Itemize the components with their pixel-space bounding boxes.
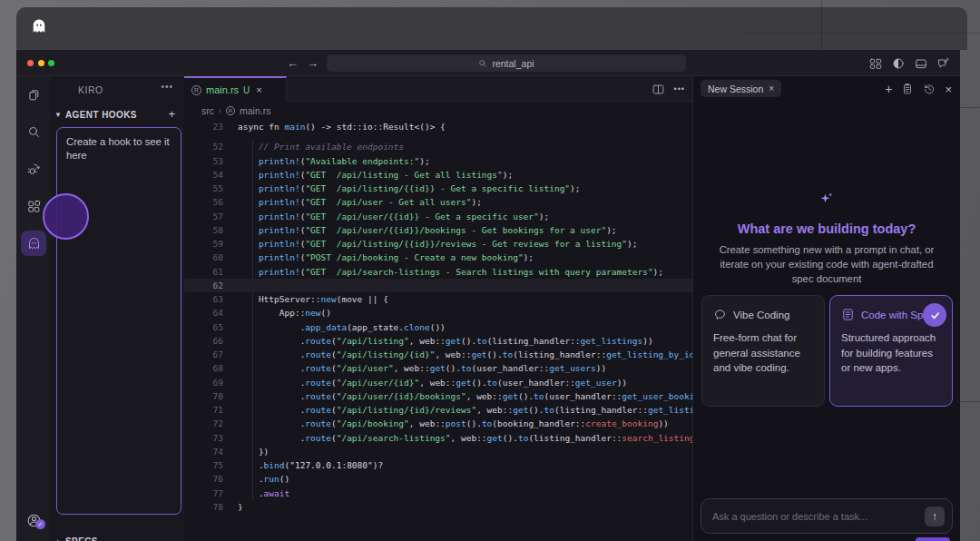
line-number: 76 (184, 472, 238, 486)
code-line-77[interactable]: 77 .await (184, 487, 692, 500)
editor-tab-bar: R main.rs U × ••• (184, 76, 692, 102)
line-number: 54 (184, 168, 238, 182)
split-editor-icon[interactable] (652, 83, 665, 96)
code-line-70[interactable]: 70 .route("/api/user/{id}/bookings", web… (184, 389, 692, 403)
line-number: 23 (184, 120, 238, 133)
close-panel-icon[interactable]: × (945, 83, 952, 96)
desktop: { "window": { "app": "Kiro" }, "colors":… (0, 0, 980, 541)
code-line-63[interactable]: 63 HttpServer::new(move || { (184, 292, 692, 306)
code-line-65[interactable]: 65 .app_data(app_state.clone()) (184, 320, 692, 334)
line-number: 60 (184, 251, 238, 264)
more-icon[interactable]: ••• (674, 84, 685, 93)
new-session-icon[interactable]: + (885, 82, 892, 96)
code-line-72[interactable]: 72 .route("/api/booking", web::post().to… (184, 417, 692, 430)
code-line-67[interactable]: 67 .route("/api/listing/{id}", web::get(… (184, 348, 692, 361)
welcome-title: What are we building today? (693, 221, 960, 236)
editor-area: R main.rs U × ••• src › R main.rs 23asyn… (184, 76, 692, 541)
code-line-54[interactable]: 54 println!("GET /api/listing - Get all … (184, 168, 692, 182)
code-line-71[interactable]: 71 .route("/api/listing/{id}/reviews", w… (184, 403, 692, 417)
ide-toolbar: ← → rental_api (16, 50, 960, 76)
code-line-68[interactable]: 68 .route("/api/user", web::get().to(use… (184, 361, 692, 375)
code-line-66[interactable]: 66 .route("/api/listing", web::get().to(… (184, 334, 692, 348)
kiro-ghost-icon (26, 236, 42, 251)
send-button[interactable]: ↑ (925, 507, 945, 526)
chat-welcome: What are we building today? Create somet… (693, 191, 960, 286)
vibe-coding-card[interactable]: Vibe Coding Free-form chat for general a… (701, 295, 825, 407)
history-icon[interactable] (923, 83, 936, 95)
chat-edit-icon[interactable] (936, 56, 951, 71)
sidebar-item-search[interactable] (16, 118, 51, 145)
background-gridline-vertical (821, 0, 822, 50)
agent-hooks-dropzone[interactable]: Create a hook to see it here (56, 127, 181, 515)
code-line-52[interactable]: 52 // Print available endpoints (184, 140, 692, 153)
code-line-74[interactable]: 74 }) (184, 445, 692, 458)
sidebar-item-explorer[interactable] (16, 81, 51, 108)
line-number: 74 (184, 445, 238, 458)
line-number: 53 (184, 154, 238, 168)
session-tab[interactable]: New Session × (701, 80, 781, 97)
line-number: 70 (184, 389, 238, 403)
section-label: SPECS (65, 536, 98, 541)
maximize-window-button[interactable] (48, 60, 54, 66)
code-line-78[interactable]: 78} (184, 500, 692, 514)
code-with-spec-card[interactable]: Code with Spec Structured approach for b… (829, 295, 953, 407)
code-editor[interactable]: 23async fn main() -> std::io::Result<()>… (184, 120, 692, 541)
minimize-window-button[interactable] (38, 60, 44, 66)
line-number: 63 (184, 292, 238, 306)
code-line-62[interactable]: 62 (184, 279, 692, 292)
line-number: 56 (184, 195, 238, 209)
code-line-57[interactable]: 57 println!("GET /api/user/{{id}} - Get … (184, 210, 692, 223)
close-window-button[interactable] (27, 60, 34, 66)
code-line-76[interactable]: 76 .run() (184, 472, 692, 486)
sidebar-item-account[interactable]: ✓ (16, 507, 51, 534)
tab-close-icon[interactable]: × (256, 84, 261, 95)
activity-bar: ✓ (16, 76, 51, 541)
chevron-down-icon: ▼ (51, 111, 65, 119)
session-close-icon[interactable]: × (769, 84, 774, 93)
code-line-73[interactable]: 73 .route("/api/search-listings", web::g… (184, 431, 692, 445)
background-gridline-horizontal (960, 401, 980, 402)
code-line-23[interactable]: 23async fn main() -> std::io::Result<()>… (184, 120, 692, 133)
panel-more-icon[interactable]: ••• (161, 82, 173, 92)
chat-input-box[interactable]: ↑ (701, 498, 953, 534)
section-agent-hooks[interactable]: ▼ AGENT HOOKS + (51, 104, 184, 124)
code-line-58[interactable]: 58 println!("GET /api/user/{{id}}/bookin… (184, 223, 692, 237)
code-line-56[interactable]: 56 println!("GET /api/user - Get all use… (184, 195, 692, 209)
code-line-64[interactable]: 64 App::new() (184, 306, 692, 320)
code-line-55[interactable]: 55 println!("GET /api/listing/{{id}} - G… (184, 182, 692, 195)
forward-arrow-icon[interactable]: → (307, 57, 318, 69)
code-line-69[interactable]: 69 .route("/api/user/{id}", web::get().t… (184, 376, 692, 389)
code-line-61[interactable]: 61 println!("GET /api/search-listings - … (184, 265, 692, 279)
sidebar-item-kiro-chat[interactable] (16, 230, 51, 257)
sidebar-item-debug[interactable] (16, 155, 51, 182)
toggle-sidebar-icon[interactable] (891, 56, 906, 71)
line-number: 66 (184, 334, 238, 348)
breadcrumb[interactable]: src › R main.rs (184, 102, 692, 120)
cutoff-purple-button[interactable] (916, 537, 950, 541)
line-number: 78 (184, 500, 238, 514)
line-number: 75 (184, 458, 238, 472)
add-hook-button[interactable]: + (168, 107, 175, 121)
line-number: 59 (184, 237, 238, 251)
window-titlebar[interactable] (16, 7, 967, 50)
chat-input[interactable] (712, 499, 903, 533)
breadcrumb-folder[interactable]: src (201, 105, 214, 116)
cursor-highlight-ring (43, 193, 89, 240)
code-line-53[interactable]: 53 println!("Available endpoints:"); (184, 154, 692, 168)
back-arrow-icon[interactable]: ← (287, 57, 299, 69)
line-number: 62 (184, 279, 238, 292)
code-line-60[interactable]: 60 println!("POST /api/booking - Create … (184, 251, 692, 264)
tab-main-rs[interactable]: R main.rs U × (184, 76, 287, 102)
selected-check-badge (923, 303, 946, 327)
kiro-logo-icon (30, 15, 48, 37)
section-specs[interactable]: › SPECS (51, 531, 184, 541)
code-line-59[interactable]: 59 println!("GET /api/listing/{{id}}/rev… (184, 237, 692, 251)
tasks-icon[interactable] (901, 83, 914, 95)
code-line-75[interactable]: 75 .bind("127.0.0.1:8080")? (184, 458, 692, 472)
customize-layout-icon[interactable] (868, 56, 883, 71)
breadcrumb-file[interactable]: main.rs (240, 105, 270, 116)
toggle-panel-icon[interactable] (914, 56, 928, 71)
line-number: 57 (184, 210, 238, 223)
command-center-search[interactable]: rental_api (327, 54, 686, 72)
line-number: 71 (184, 403, 238, 417)
